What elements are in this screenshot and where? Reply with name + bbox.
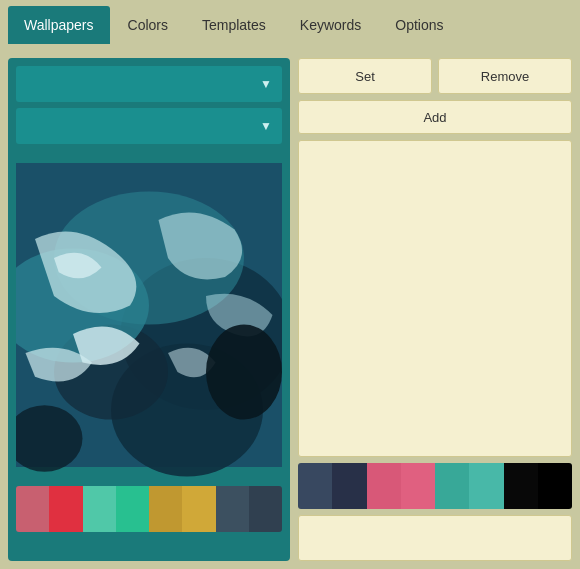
dropdown2-container: ▼: [16, 108, 282, 144]
swatch-2[interactable]: [49, 486, 82, 532]
swatch-8[interactable]: [249, 486, 282, 532]
swatch-6[interactable]: [182, 486, 215, 532]
add-button[interactable]: Add: [298, 100, 572, 134]
swatch-r5[interactable]: [435, 463, 469, 509]
swatch-r3[interactable]: [367, 463, 401, 509]
swatch-5[interactable]: [149, 486, 182, 532]
action-buttons-row: Set Remove: [298, 58, 572, 94]
category-dropdown[interactable]: [16, 66, 282, 102]
tab-wallpapers[interactable]: Wallpapers: [8, 6, 110, 44]
swatch-r4[interactable]: [401, 463, 435, 509]
main-area: ▼ ▼: [0, 50, 580, 569]
tab-options[interactable]: Options: [379, 6, 459, 44]
remove-button[interactable]: Remove: [438, 58, 572, 94]
set-button[interactable]: Set: [298, 58, 432, 94]
swatch-4[interactable]: [116, 486, 149, 532]
color-swatches-left: [16, 486, 282, 532]
dropdown1-container: ▼: [16, 66, 282, 102]
right-panel: Set Remove Add: [298, 58, 572, 561]
color-swatches-right: [298, 463, 572, 509]
swatch-r1[interactable]: [298, 463, 332, 509]
subcategory-dropdown[interactable]: [16, 108, 282, 144]
swatch-r7[interactable]: [504, 463, 538, 509]
svg-point-6: [206, 325, 282, 420]
wallpaper-preview: [16, 150, 282, 480]
tab-templates[interactable]: Templates: [186, 6, 282, 44]
swatch-7[interactable]: [216, 486, 249, 532]
tab-keywords[interactable]: Keywords: [284, 6, 377, 44]
swatch-3[interactable]: [83, 486, 116, 532]
swatch-r2[interactable]: [332, 463, 366, 509]
swatch-r6[interactable]: [469, 463, 503, 509]
swatch-r8[interactable]: [538, 463, 572, 509]
right-content-area: [298, 140, 572, 457]
tab-colors[interactable]: Colors: [112, 6, 184, 44]
ocean-image: [16, 150, 282, 480]
left-panel: ▼ ▼: [8, 58, 290, 561]
bottom-area: [298, 515, 572, 561]
tab-bar: Wallpapers Colors Templates Keywords Opt…: [0, 0, 580, 50]
swatch-1[interactable]: [16, 486, 49, 532]
